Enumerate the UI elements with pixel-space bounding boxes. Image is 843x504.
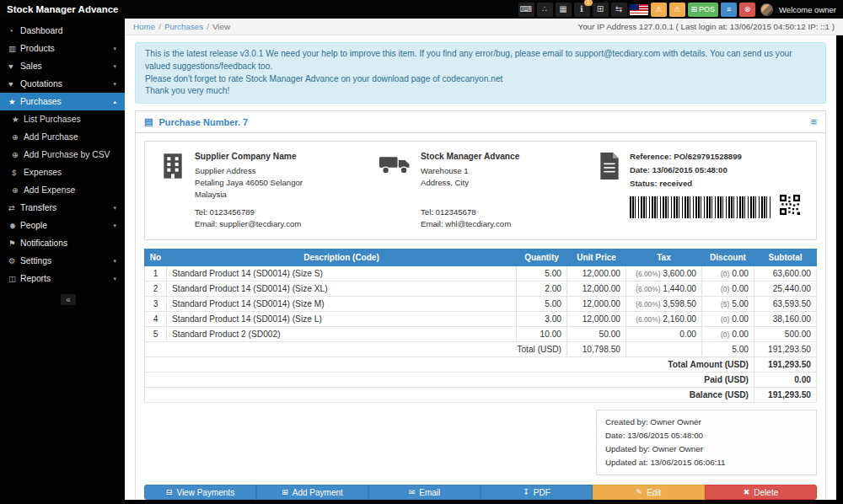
email-icon: ✉ bbox=[409, 488, 416, 496]
exchange-icon[interactable]: ⇆ bbox=[611, 3, 627, 17]
ip-address-text: Your IP Address 127.0.0.1 ( Last login a… bbox=[578, 22, 835, 31]
calendar-icon[interactable]: ⊞ bbox=[593, 3, 609, 17]
tax-amount: 1,440.00 bbox=[663, 284, 696, 293]
purchase-info-box: Supplier Company Name Supplier Address P… bbox=[144, 141, 817, 239]
delete-button[interactable]: ✖ Delete bbox=[705, 485, 817, 500]
summary-row: Total Amount (USD) 191,293.50 bbox=[145, 357, 817, 372]
summary-value: 191,293.50 bbox=[754, 357, 817, 372]
sidebar-item-transfers[interactable]: ⇄ Transfers ▾ bbox=[0, 199, 125, 217]
cell-discount: (0) 0.00 bbox=[702, 326, 754, 341]
top-navbar: Stock Manager Advance ⌨ ∴ ▦ ℹ 1 ⊞ ⇆ ⚠ ⚠ … bbox=[0, 0, 843, 19]
edit-button[interactable]: ✎ Edit bbox=[593, 485, 705, 500]
warehouse-details: Stock Manager Advance Warehouse 1 Addres… bbox=[421, 151, 519, 229]
share-icon[interactable]: ∴ bbox=[537, 3, 553, 17]
cell-quantity: 2.00 bbox=[517, 281, 567, 296]
add-payment-icon: ⊞ bbox=[282, 488, 288, 496]
sidebar-item-reports[interactable]: ◫ Reports ▾ bbox=[0, 270, 125, 287]
sidebar-collapse-button[interactable]: « bbox=[61, 294, 76, 305]
summary-label: Total Amount (USD) bbox=[145, 357, 754, 372]
cell-no: 5 bbox=[145, 326, 167, 341]
release-alert: This is the latest release v3.0.1 We nee… bbox=[135, 42, 826, 104]
register-glyph: ⌨ bbox=[520, 5, 532, 13]
add-payment-button[interactable]: ⊞ Add Payment bbox=[256, 485, 368, 500]
warehouse-address-line: Warehouse 1 bbox=[421, 165, 519, 177]
pdf-download-icon: ↧ bbox=[523, 488, 529, 496]
document-icon bbox=[599, 151, 620, 229]
info-icon[interactable]: ℹ 1 bbox=[574, 3, 590, 17]
topbar-actions: ⌨ ∴ ▦ ℹ 1 ⊞ ⇆ ⚠ ⚠ ⊞ POS ≡ ⊗ Welcome owne… bbox=[518, 3, 837, 17]
info-glyph: ℹ bbox=[580, 5, 583, 13]
breadcrumb-home-link[interactable]: Home bbox=[133, 22, 155, 31]
calculator-icon[interactable]: ▦ bbox=[556, 3, 572, 17]
warnings-button[interactable]: ⚠ bbox=[669, 3, 685, 17]
cell-description: Standard Product 14 (SD0014) (Size M) bbox=[167, 296, 517, 311]
cell-tax: (6.00%) 3,600.00 bbox=[626, 265, 702, 281]
notification-badge: 1 bbox=[584, 0, 593, 6]
sidebar-item-list-purchases[interactable]: ★ List Purchases bbox=[0, 110, 125, 128]
sidebar-item-people[interactable]: ☻ People ▾ bbox=[0, 217, 125, 234]
chevron-down-icon: ▾ bbox=[113, 276, 116, 282]
table-header-row: No Description (Code) Quantity Unit Pric… bbox=[145, 249, 817, 265]
view-payments-button[interactable]: ⊟ View Payments bbox=[144, 485, 256, 500]
sidebar-item-quotations[interactable]: ♥ Quotations ▾ bbox=[0, 75, 125, 93]
action-buttons: ⊟ View Payments ⊞ Add Payment ✉ Email bbox=[144, 485, 817, 500]
alerts-button[interactable]: ⚠ bbox=[651, 3, 667, 17]
truck-icon bbox=[379, 151, 411, 229]
transfer-icon: ⇄ bbox=[8, 203, 20, 212]
total-label: Total (USD) bbox=[145, 341, 567, 357]
sidebar-item-sales[interactable]: ♥ Sales ▾ bbox=[0, 57, 125, 75]
email-button[interactable]: ✉ Email bbox=[368, 485, 481, 500]
sidebar-item-purchases[interactable]: ★ Purchases ▴ bbox=[0, 93, 125, 110]
register-icon[interactable]: ⌨ bbox=[518, 3, 534, 17]
total-subtotal: 191,293.50 bbox=[754, 341, 817, 357]
language-flag-icon[interactable] bbox=[630, 4, 648, 15]
cell-unit-price: 12,000.00 bbox=[567, 296, 626, 311]
discount-note: (0) bbox=[721, 270, 729, 278]
sidebar-item-add-expense[interactable]: ⊕ Add Expense bbox=[0, 181, 125, 199]
cell-description: Standard Product 2 (SD002) bbox=[167, 326, 517, 341]
button-label: Edit bbox=[647, 488, 661, 497]
cell-unit-price: 12,000.00 bbox=[567, 265, 626, 281]
cell-tax: (6.00%) 2,160.00 bbox=[626, 311, 702, 326]
supplier-address-line: Supplier Address bbox=[195, 165, 303, 177]
sidebar-item-dashboard[interactable]: ◔ Dashboard bbox=[0, 22, 125, 40]
alert-line: Thank you very much! bbox=[145, 85, 816, 98]
pos-button[interactable]: ⊞ POS bbox=[688, 3, 719, 17]
supplier-address-line: Malaysia bbox=[195, 189, 303, 201]
menu-button[interactable]: ≡ bbox=[721, 3, 737, 17]
cell-quantity: 5.00 bbox=[517, 296, 567, 311]
created-by-text: Created by: Owner Owner bbox=[605, 416, 808, 429]
summary-value: 0.00 bbox=[754, 372, 817, 387]
breadcrumb-purchases-link[interactable]: Purchases bbox=[164, 22, 203, 31]
sidebar-item-label: People bbox=[20, 221, 113, 230]
pdf-button[interactable]: ↧ PDF bbox=[481, 485, 593, 500]
cell-no: 2 bbox=[145, 281, 167, 296]
building-icon bbox=[160, 151, 185, 229]
page-title: Purchase Number. 7 bbox=[158, 117, 248, 127]
list-icon: ≡ bbox=[727, 6, 731, 13]
button-label: Email bbox=[419, 488, 440, 497]
panel-menu-icon[interactable]: ≡ bbox=[810, 116, 817, 127]
chevron-down-icon: ▾ bbox=[113, 63, 116, 70]
supplier-name: Supplier Company Name bbox=[195, 151, 303, 164]
sidebar-item-expenses[interactable]: $ Expenses bbox=[0, 164, 125, 181]
total-discount: 5.00 bbox=[702, 341, 754, 357]
panel-body: Supplier Company Name Supplier Address P… bbox=[136, 133, 825, 500]
summary-row: Balance (USD) 191,293.50 bbox=[145, 387, 817, 402]
sidebar-item-add-purchase-by-csv[interactable]: ⊕ Add Purchase by CSV bbox=[0, 146, 125, 164]
sidebar-item-products[interactable]: ▥ Products ▾ bbox=[0, 40, 125, 57]
breadcrumb-separator: / bbox=[207, 22, 209, 31]
tax-amount: 3,598.50 bbox=[663, 299, 696, 308]
summary-label: Paid (USD) bbox=[145, 372, 754, 387]
sidebar-item-label: Sales bbox=[20, 62, 113, 71]
sidebar-item-notifications[interactable]: ⚑ Notifications bbox=[0, 234, 125, 252]
sidebar-item-label: List Purchases bbox=[24, 115, 116, 124]
cell-no: 4 bbox=[145, 311, 167, 326]
dollar-icon: $ bbox=[12, 168, 24, 177]
sidebar-item-add-purchase[interactable]: ⊕ Add Purchase bbox=[0, 128, 125, 146]
avatar[interactable] bbox=[760, 3, 773, 16]
logout-button[interactable]: ⊗ bbox=[739, 3, 755, 17]
reference-block: Reference: PO/629791528899 Date: 13/06/2… bbox=[590, 151, 809, 229]
tax-amount: 2,160.00 bbox=[663, 314, 696, 324]
sidebar-item-settings[interactable]: ⚙ Settings ▾ bbox=[0, 252, 125, 270]
